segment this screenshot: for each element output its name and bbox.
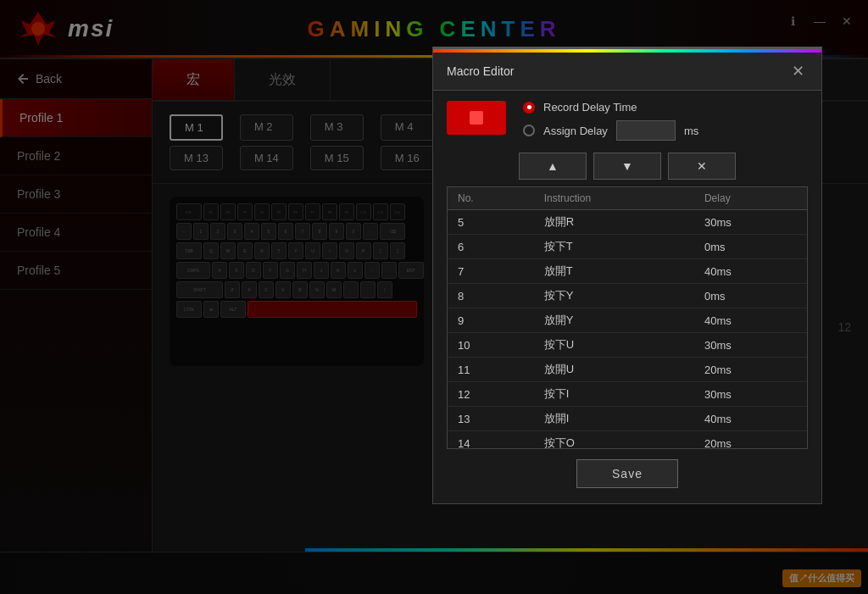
cell-no: 11	[448, 358, 534, 382]
cell-instruction: 放開Y	[534, 308, 694, 333]
table-toolbar: ▲ ▼ ✕	[447, 153, 808, 180]
assign-delay-input[interactable]	[616, 120, 676, 141]
cell-instruction: 按下I	[534, 382, 694, 407]
dialog-body: Record Delay Time Assign Delay ms ▲ ▼ ✕	[433, 91, 821, 503]
cell-no: 13	[448, 407, 534, 431]
cell-delay: 30ms	[694, 382, 807, 407]
table-row[interactable]: 9 放開Y 40ms	[448, 308, 807, 333]
table-row[interactable]: 7 放開T 40ms	[448, 259, 807, 284]
cell-delay: 20ms	[694, 431, 807, 450]
dialog-title: Macro Editor	[447, 64, 514, 78]
macro-editor-dialog: Macro Editor ✕ Record Delay Time Assign …	[432, 47, 822, 504]
col-header-no: No.	[448, 187, 534, 210]
cell-delay: 30ms	[694, 333, 807, 358]
cell-no: 10	[448, 333, 534, 358]
table-row[interactable]: 10 按下U 30ms	[448, 333, 807, 358]
move-up-button[interactable]: ▲	[519, 153, 587, 180]
col-header-instruction: Instruction	[534, 187, 694, 210]
cell-no: 8	[448, 284, 534, 308]
cell-instruction: 放開T	[534, 259, 694, 284]
app-container: msi GAMING CENTER ℹ — ✕ Back Profile 1 P…	[0, 0, 868, 594]
table-row[interactable]: 6 按下T 0ms	[448, 235, 807, 259]
record-controls: Record Delay Time Assign Delay ms	[447, 101, 808, 141]
cell-no: 14	[448, 431, 534, 450]
table-header: No. Instruction Delay	[448, 187, 807, 210]
table-row[interactable]: 5 放開R 30ms	[448, 210, 807, 235]
ms-label: ms	[684, 125, 698, 137]
record-delay-label: Record Delay Time	[543, 101, 637, 114]
cell-no: 9	[448, 308, 534, 333]
cell-delay: 20ms	[694, 358, 807, 382]
assign-delay-label: Assign Delay	[543, 125, 608, 137]
cell-delay: 0ms	[694, 235, 807, 259]
col-header-delay: Delay	[694, 187, 807, 210]
record-button[interactable]	[447, 101, 506, 135]
cell-delay: 40ms	[694, 407, 807, 431]
cell-delay: 0ms	[694, 284, 807, 308]
cell-instruction: 按下Y	[534, 284, 694, 308]
table-row[interactable]: 13 放開I 40ms	[448, 407, 807, 431]
cell-instruction: 按下U	[534, 333, 694, 358]
cell-no: 12	[448, 382, 534, 407]
cell-delay: 40ms	[694, 259, 807, 284]
table-row[interactable]: 8 按下Y 0ms	[448, 284, 807, 308]
cell-instruction: 按下O	[534, 431, 694, 450]
cell-delay: 30ms	[694, 210, 807, 235]
move-down-button[interactable]: ▼	[593, 153, 661, 180]
cell-no: 7	[448, 259, 534, 284]
macro-table-container[interactable]: No. Instruction Delay 5 放開R 30ms 6 按下T 0…	[447, 186, 808, 449]
cell-delay: 40ms	[694, 308, 807, 333]
cell-no: 6	[448, 235, 534, 259]
dialog-header: Macro Editor ✕	[433, 53, 821, 91]
assign-delay-option: Assign Delay ms	[523, 120, 698, 141]
record-icon	[470, 111, 483, 125]
cell-instruction: 放開I	[534, 407, 694, 431]
record-delay-option: Record Delay Time	[523, 101, 698, 114]
table-row[interactable]: 12 按下I 30ms	[448, 382, 807, 407]
delete-row-button[interactable]: ✕	[668, 153, 736, 180]
record-delay-radio[interactable]	[523, 102, 535, 114]
table-row[interactable]: 11 放開U 20ms	[448, 358, 807, 382]
macro-table: No. Instruction Delay 5 放開R 30ms 6 按下T 0…	[448, 187, 807, 449]
cell-instruction: 放開U	[534, 358, 694, 382]
delay-options: Record Delay Time Assign Delay ms	[523, 101, 698, 141]
save-row: Save	[447, 449, 808, 493]
cell-instruction: 放開R	[534, 210, 694, 235]
cell-instruction: 按下T	[534, 235, 694, 259]
dialog-close-button[interactable]: ✕	[787, 61, 808, 81]
macro-table-body: 5 放開R 30ms 6 按下T 0ms 7 放開T 40ms 8 按下Y 0m…	[448, 210, 807, 450]
table-row[interactable]: 14 按下O 20ms	[448, 431, 807, 450]
save-button[interactable]: Save	[576, 459, 678, 488]
assign-delay-radio[interactable]	[523, 125, 535, 136]
cell-no: 5	[448, 210, 534, 235]
